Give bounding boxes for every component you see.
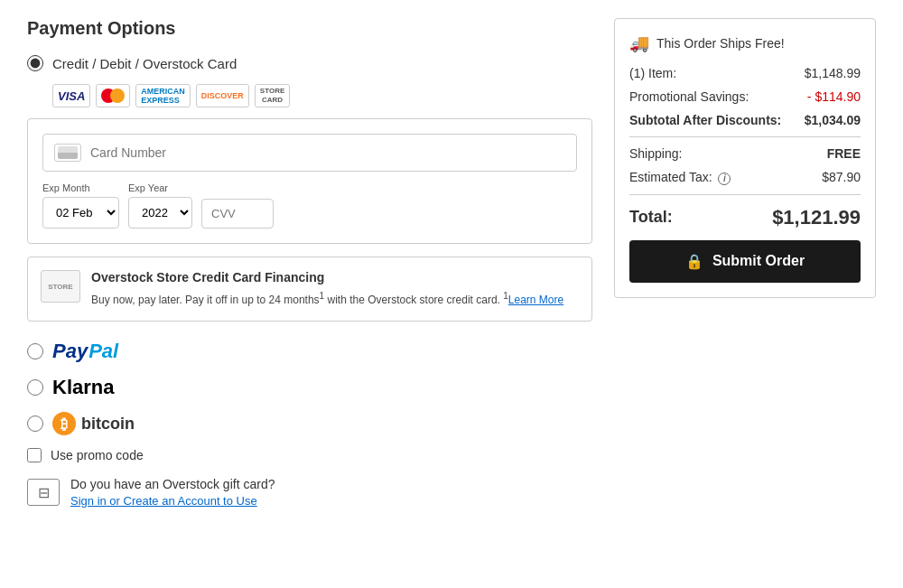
- gift-card-icon: ⊟: [27, 479, 60, 506]
- items-row: (1) Item: $1,148.99: [629, 66, 861, 80]
- order-summary-panel: 🚚 This Order Ships Free! (1) Item: $1,14…: [614, 18, 876, 508]
- credit-card-radio[interactable]: [27, 55, 43, 71]
- financing-description: Buy now, pay later. Pay it off in up to …: [91, 289, 579, 308]
- lock-icon: 🔒: [685, 253, 703, 270]
- card-brands-row: VISA AMERICANEXPRESS DISCOVER STORECARD: [52, 84, 592, 107]
- bitcoin-logo: ₿ bitcoin: [52, 412, 135, 435]
- promo-savings-row: Promotional Savings: - $114.90: [629, 89, 861, 104]
- subtotal-value: $1,034.09: [805, 113, 861, 127]
- shipping-value: FREE: [827, 146, 861, 161]
- mastercard-icon: [96, 84, 130, 107]
- financing-learn-more-link[interactable]: Learn More: [508, 294, 563, 306]
- card-expiry-row: Exp Month 02 Feb 01 Jan 03 Mar 04 Apr 05…: [42, 182, 577, 229]
- promo-code-checkbox[interactable]: [27, 448, 42, 462]
- items-label: (1) Item:: [629, 66, 676, 80]
- financing-box: STORE Overstock Store Credit Card Financ…: [27, 257, 592, 322]
- credit-card-label: Credit / Debit / Overstock Card: [52, 56, 237, 71]
- promo-code-label: Use promo code: [51, 448, 144, 462]
- paypal-option-row: PayPal: [27, 340, 592, 363]
- subtotal-label: Subtotal After Discounts:: [629, 113, 781, 127]
- amex-icon: AMERICANEXPRESS: [135, 84, 191, 107]
- paypal-radio[interactable]: [27, 343, 43, 359]
- financing-text-block: Overstock Store Credit Card Financing Bu…: [91, 270, 579, 308]
- financing-card-icon: STORE: [41, 270, 80, 303]
- items-value: $1,148.99: [805, 66, 861, 80]
- exp-year-select[interactable]: 2022 2023 2024 2025 2026: [128, 197, 192, 229]
- klarna-option-row: Klarna: [27, 376, 592, 399]
- card-number-icon: [54, 144, 81, 162]
- tax-row: Estimated Tax: i $87.90: [629, 170, 861, 185]
- total-value: $1,121.99: [772, 206, 861, 229]
- bitcoin-option-row: ₿ bitcoin: [27, 412, 592, 435]
- klarna-radio[interactable]: [27, 379, 43, 396]
- submit-order-label: Submit Order: [712, 253, 805, 269]
- paypal-logo: PayPal: [52, 340, 118, 363]
- klarna-logo: Klarna: [52, 376, 114, 399]
- promo-savings-value: - $114.90: [807, 89, 861, 104]
- credit-card-option-row: Credit / Debit / Overstock Card: [27, 55, 592, 71]
- order-summary-box: 🚚 This Order Ships Free! (1) Item: $1,14…: [614, 18, 876, 298]
- exp-year-group: Exp Year 2022 2023 2024 2025 2026: [128, 182, 192, 229]
- gift-card-question: Do you have an Overstock gift card?: [70, 477, 275, 491]
- promo-code-row: Use promo code: [27, 448, 592, 462]
- divider-2: [629, 194, 861, 195]
- payment-options-panel: Payment Options Credit / Debit / Oversto…: [27, 18, 592, 508]
- ships-free-text: This Order Ships Free!: [656, 36, 785, 51]
- card-number-field: [42, 134, 577, 172]
- exp-month-group: Exp Month 02 Feb 01 Jan 03 Mar 04 Apr 05…: [42, 182, 119, 229]
- total-label: Total:: [629, 208, 673, 227]
- tax-value: $87.90: [822, 170, 861, 184]
- truck-icon: 🚚: [629, 33, 649, 53]
- shipping-label: Shipping:: [629, 146, 682, 161]
- bitcoin-icon: ₿: [52, 412, 76, 435]
- promo-savings-label: Promotional Savings:: [629, 89, 749, 104]
- gift-card-signin-link[interactable]: Sign in or Create an Account to Use: [70, 494, 275, 508]
- card-form-box: Exp Month 02 Feb 01 Jan 03 Mar 04 Apr 05…: [27, 118, 592, 244]
- tax-info-icon[interactable]: i: [718, 173, 731, 185]
- tax-label: Estimated Tax: i: [629, 170, 731, 185]
- page-title: Payment Options: [27, 18, 592, 39]
- card-number-input[interactable]: [90, 145, 565, 160]
- visa-icon: VISA: [52, 84, 90, 107]
- gift-card-row: ⊟ Do you have an Overstock gift card? Si…: [27, 477, 592, 508]
- ships-free-banner: 🚚 This Order Ships Free!: [629, 33, 861, 53]
- store-card-icon: STORECARD: [255, 84, 290, 107]
- bitcoin-radio[interactable]: [27, 415, 43, 432]
- financing-title: Overstock Store Credit Card Financing: [91, 270, 579, 285]
- shipping-row: Shipping: FREE: [629, 146, 861, 161]
- total-row: Total: $1,121.99: [629, 206, 861, 229]
- cvv-input[interactable]: [201, 199, 274, 229]
- exp-month-select[interactable]: 02 Feb 01 Jan 03 Mar 04 Apr 05 May 06 Ju…: [42, 197, 119, 229]
- submit-order-button[interactable]: 🔒 Submit Order: [629, 240, 861, 283]
- exp-month-label: Exp Month: [42, 182, 119, 193]
- exp-year-label: Exp Year: [128, 182, 192, 193]
- divider-1: [629, 136, 861, 137]
- subtotal-row: Subtotal After Discounts: $1,034.09: [629, 113, 861, 127]
- bitcoin-text: bitcoin: [81, 415, 135, 434]
- discover-icon: DISCOVER: [196, 84, 249, 107]
